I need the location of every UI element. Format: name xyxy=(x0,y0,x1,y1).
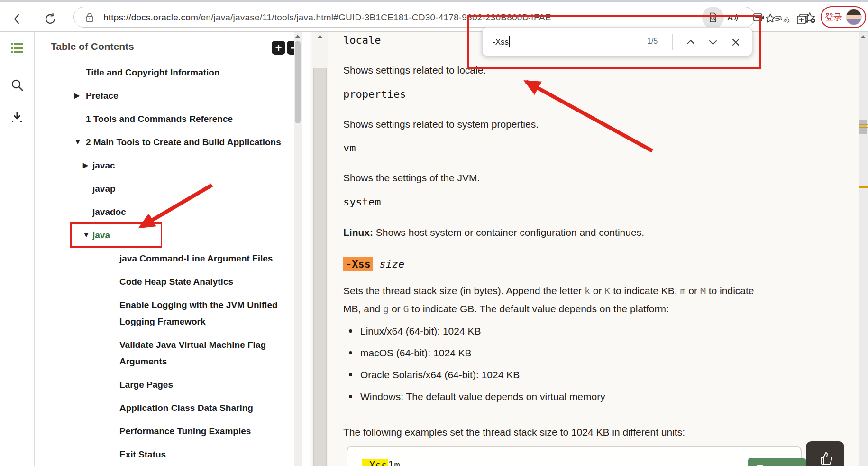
text-line: Shows the settings of the JVM. xyxy=(343,169,480,186)
text-line: MB, and g or G to indicate GB. The defau… xyxy=(343,300,754,318)
text-segment: Shows settings related to locale. xyxy=(343,65,486,75)
toc-item-label: javadoc xyxy=(92,207,126,217)
content-scrollbar[interactable] xyxy=(312,32,328,466)
refresh-icon xyxy=(44,13,56,25)
collections-button[interactable] xyxy=(793,9,813,29)
toc-item-exit-status[interactable]: Exit Status xyxy=(35,446,281,463)
text-segment: k xyxy=(585,285,590,297)
toc-item-validate-java-virtual-machine-flag-arguments[interactable]: Validate Java Virtual Machine Flag Argum… xyxy=(35,336,281,370)
find-next-button[interactable] xyxy=(704,34,722,51)
toc-item-title-and-copyright-information[interactable]: Title and Copyright Information xyxy=(35,64,301,81)
find-previous-button[interactable] xyxy=(682,34,699,51)
text-segment: or xyxy=(590,285,604,296)
paragraph: Shows settings related to locale. xyxy=(343,61,486,79)
bullet-item: Windows: The default value depends on vi… xyxy=(343,391,605,413)
find-match-highlight: -Xss xyxy=(362,459,388,466)
lock-icon[interactable] xyxy=(84,12,95,23)
address-bar[interactable]: https://docs.oracle.com/en/java/javase/1… xyxy=(73,7,755,28)
text-line: Sets the thread stack size (in bytes). A… xyxy=(343,282,754,300)
copy-code-button[interactable]: Copy xyxy=(748,458,806,466)
find-on-page-button[interactable] xyxy=(702,7,724,28)
toc-scroll-up-icon xyxy=(295,35,300,38)
refresh-button[interactable] xyxy=(40,9,60,29)
collapse-arrow-icon[interactable]: ▼ xyxy=(74,134,81,150)
toc-item-application-class-data-sharing[interactable]: Application Class Data Sharing xyxy=(35,400,281,416)
code-line: -Xss1m xyxy=(362,460,400,466)
collapse-arrow-icon[interactable]: ▼ xyxy=(83,227,90,243)
toc-item-javac[interactable]: ▶javac xyxy=(35,157,301,174)
text-line: Linux: Shows host system or container co… xyxy=(343,224,644,241)
read-aloud-button[interactable]: A xyxy=(722,8,743,27)
bullet-item: macOS (64-bit): 1024 KB xyxy=(343,347,605,369)
download-rail-button[interactable] xyxy=(8,109,27,128)
toc-item-large-pages[interactable]: Large Pages xyxy=(35,376,281,393)
page-scrollbar[interactable] xyxy=(859,32,868,466)
text-segment: The following examples set the thread st… xyxy=(343,427,685,438)
toc-item-label: Preface xyxy=(86,91,119,101)
bullet-item: Linux/x64 (64-bit): 1024 KB xyxy=(343,326,605,347)
bullet-list-block: Linux/x64 (64-bit): 1024 KBmacOS (64-bit… xyxy=(343,326,605,413)
content-scrollbar-thumb[interactable] xyxy=(313,68,327,466)
close-icon xyxy=(731,37,741,47)
page-scroll-up-icon xyxy=(861,35,866,38)
toc-item-label: Performance Tuning Examples xyxy=(119,426,251,436)
favorites-button[interactable] xyxy=(762,9,782,29)
toc-item-code-heap-state-analytics[interactable]: Code Heap State Analytics xyxy=(35,273,281,290)
back-button[interactable] xyxy=(9,9,29,29)
toc-item-1-tools-and-commands-reference[interactable]: 1 Tools and Commands Reference xyxy=(35,111,301,127)
toc-item-preface[interactable]: ▶Preface xyxy=(35,87,301,104)
definition-term: properties xyxy=(343,88,406,100)
expand-arrow-icon[interactable]: ▶ xyxy=(74,87,80,104)
toc-item-label: javac xyxy=(92,160,115,170)
text-segment: size xyxy=(373,258,404,270)
option-heading: -Xss size xyxy=(343,255,404,273)
toc-rail-button[interactable] xyxy=(8,39,27,58)
toc-item-java-command-line-argument-files[interactable]: java Command-Line Argument Files xyxy=(35,250,281,267)
toc-item-label: java Command-Line Argument Files xyxy=(119,253,273,263)
expand-arrow-icon[interactable]: ▶ xyxy=(83,157,88,174)
favorites-star-lines-icon xyxy=(765,13,779,25)
toc-item-label: 1 Tools and Commands Reference xyxy=(86,114,233,124)
find-query-input[interactable]: -Xss xyxy=(493,36,510,47)
search-rail-button[interactable] xyxy=(8,75,27,94)
doc-sidebar-rail xyxy=(0,32,35,466)
text-segment: or xyxy=(389,303,403,314)
definition-term: system xyxy=(343,196,381,208)
sign-in-button[interactable]: 登录 xyxy=(821,6,866,28)
text-segment: G xyxy=(403,303,409,315)
definition-term: locale xyxy=(343,34,381,46)
back-icon xyxy=(13,13,26,25)
toc-item-javap[interactable]: javap xyxy=(35,180,301,197)
toc-expand-all-button[interactable]: + xyxy=(272,41,285,55)
thumbs-up-icon xyxy=(816,449,835,466)
text-segment: to indicate xyxy=(706,285,754,296)
table-of-contents-panel: Table of Contents + − Title and Copyrigh… xyxy=(35,32,302,466)
find-match-tick xyxy=(859,186,868,188)
text-segment: MB, and xyxy=(343,303,383,314)
toc-item-enable-logging-with-the-jvm-unified-logging-framework[interactable]: Enable Logging with the JVM Unified Logg… xyxy=(35,297,281,330)
paragraph: Linux: Shows host system or container co… xyxy=(343,224,644,241)
text-segment: to indicate GB. The default value depend… xyxy=(409,303,668,314)
text-segment: Sets the thread stack size (in bytes). A… xyxy=(343,285,585,296)
find-close-button[interactable] xyxy=(727,34,744,51)
toc-item-label: javap xyxy=(92,184,116,194)
search-icon xyxy=(10,78,24,92)
toc-item-javadoc[interactable]: javadoc xyxy=(35,204,301,220)
toc-item-2-main-tools-to-create-and-build-applications[interactable]: ▼2 Main Tools to Create and Build Applic… xyxy=(35,134,301,150)
find-match-tick xyxy=(859,127,868,128)
toc-item-label: Title and Copyright Information xyxy=(86,67,220,77)
code-sample-box: -Xss1m xyxy=(347,446,802,466)
bullet-item: Oracle Solaris/x64 (64-bit): 1024 KB xyxy=(343,369,605,391)
text-line: The following examples set the thread st… xyxy=(343,423,685,441)
text-segment: Shows settings related to system propert… xyxy=(343,119,539,130)
text-line: -Xss size xyxy=(343,255,404,273)
copy-button-label: Copy xyxy=(767,464,786,466)
feedback-like-button[interactable] xyxy=(806,441,844,466)
toc-item-label: 2 Main Tools to Create and Build Applica… xyxy=(86,137,281,147)
table-of-contents-icon xyxy=(10,42,24,55)
toc-list: Title and Copyright Information▶Preface1… xyxy=(35,64,301,466)
toc-item-java[interactable]: ▼java xyxy=(35,227,301,243)
toc-scrollbar-thumb[interactable] xyxy=(295,41,301,123)
toc-scrollbar[interactable] xyxy=(294,32,302,466)
toc-item-performance-tuning-examples[interactable]: Performance Tuning Examples xyxy=(35,423,281,439)
